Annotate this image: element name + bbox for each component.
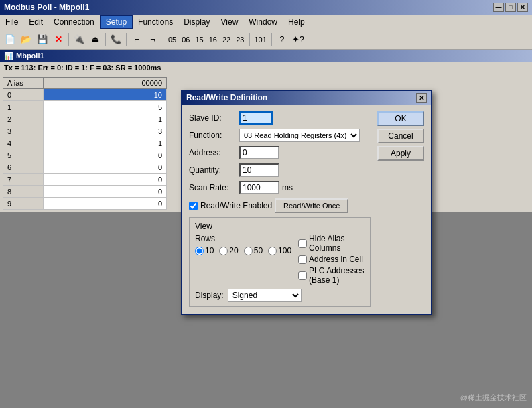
cell-index: 8 — [3, 186, 44, 198]
radio-50[interactable]: 50 — [244, 246, 263, 255]
menu-window[interactable]: Window — [243, 16, 283, 28]
cell-index: 5 — [3, 149, 44, 161]
status-text: Tx = 113: Err = 0: ID = 1: F = 03: SR = … — [4, 64, 161, 72]
table-row: 41 — [3, 137, 167, 149]
function-label: Function: — [189, 131, 239, 140]
function-select[interactable]: 03 Read Holding Registers (4x) 01 Read C… — [239, 129, 360, 142]
cell-value[interactable]: 1 — [44, 137, 167, 149]
scan-rate-input[interactable] — [239, 181, 279, 194]
cell-value[interactable]: 0 — [44, 198, 167, 210]
slave-id-label: Slave ID: — [189, 113, 239, 123]
cell-value[interactable]: 1 — [44, 113, 167, 125]
cell-value[interactable]: 10 — [44, 89, 167, 101]
disconnect-button[interactable]: ⏏ — [88, 32, 103, 47]
table-row: 33 — [3, 125, 167, 137]
radio-20[interactable]: 20 — [219, 246, 238, 255]
quantity-row: Quantity: — [189, 163, 371, 177]
dialog-main-content: Slave ID: Function: 03 Read Holding Regi… — [189, 111, 424, 307]
col-header-alias: Alias — [3, 78, 44, 89]
minimize-button[interactable]: — — [493, 3, 504, 12]
save-button[interactable]: 💾 — [35, 32, 50, 47]
menu-file[interactable]: File — [0, 16, 23, 28]
cancel-button[interactable]: Cancel — [377, 129, 424, 143]
table-row: 15 — [3, 101, 167, 113]
toolbar-separator-1 — [68, 33, 69, 46]
dialog-title-label: Read/Write Definition — [186, 93, 267, 103]
inner-window-title: 📊 Mbpoll1 — [0, 50, 532, 62]
data-table: Alias 00000 010152133415060708090 — [3, 77, 167, 210]
scan-rate-row: Scan Rate: ms — [189, 181, 371, 194]
display-row: Display: Signed Unsigned Hex Binary Floa… — [195, 289, 364, 302]
new-button[interactable]: 📄 — [3, 32, 17, 47]
cell-value[interactable]: 0 — [44, 174, 167, 186]
plc-addresses-checkbox[interactable] — [298, 271, 307, 280]
address-input[interactable] — [239, 146, 279, 159]
plc-addresses-label: PLC Addresses (Base 1) — [309, 266, 364, 285]
address-in-cell-checkbox[interactable] — [298, 255, 307, 264]
rw-enabled-label: Read/Write Enabled — [200, 201, 272, 210]
help-icon[interactable]: ? — [275, 32, 289, 47]
anim1-button[interactable]: ⌐ — [129, 32, 144, 47]
radio-10[interactable]: 10 — [195, 246, 214, 255]
toolbar-separator-2 — [105, 33, 106, 46]
quantity-label: Quantity: — [189, 165, 239, 175]
radio-10-input[interactable] — [195, 247, 204, 255]
inner-window-icon: 📊 — [4, 52, 13, 60]
modem-button[interactable]: 📞 — [109, 32, 123, 47]
menu-setup[interactable]: Setup — [100, 15, 133, 29]
cell-value[interactable]: 0 — [44, 149, 167, 161]
view-inner: Rows 10 20 50 100 — [195, 234, 364, 285]
cell-value[interactable]: 0 — [44, 186, 167, 198]
radio-100-input[interactable] — [268, 247, 277, 255]
tb-label-06: 06 — [180, 36, 192, 44]
menu-help[interactable]: Help — [283, 16, 310, 28]
cell-value[interactable]: 0 — [44, 161, 167, 174]
menu-edit[interactable]: Edit — [23, 16, 48, 28]
connect-button[interactable]: 🔌 — [72, 32, 86, 47]
table-row: 21 — [3, 113, 167, 125]
cell-value[interactable]: 5 — [44, 101, 167, 113]
menu-view[interactable]: View — [216, 16, 244, 28]
hide-alias-checkbox[interactable] — [298, 239, 307, 248]
table-row: 70 — [3, 174, 167, 186]
plc-addresses-item[interactable]: PLC Addresses (Base 1) — [298, 266, 364, 285]
open-button[interactable]: 📂 — [19, 32, 34, 47]
menu-display[interactable]: Display — [178, 16, 215, 28]
delete-button[interactable]: ✕ — [51, 32, 66, 47]
ok-button[interactable]: OK — [377, 111, 424, 126]
slave-id-row: Slave ID: — [189, 111, 371, 125]
radio-100[interactable]: 100 — [268, 246, 291, 255]
address-in-cell-item[interactable]: Address in Cell — [298, 255, 364, 264]
function-row: Function: 03 Read Holding Registers (4x)… — [189, 129, 371, 142]
toolbar-separator-5 — [249, 33, 250, 46]
radio-20-input[interactable] — [219, 247, 228, 255]
slave-id-input[interactable] — [239, 111, 273, 125]
about-icon[interactable]: ✦? — [291, 32, 306, 47]
hide-alias-item[interactable]: Hide Alias Columns — [298, 234, 364, 253]
scan-rate-label: Scan Rate: — [189, 183, 239, 192]
status-bar: Tx = 113: Err = 0: ID = 1: F = 03: SR = … — [0, 62, 532, 74]
cell-index: 0 — [3, 89, 44, 101]
cell-value[interactable]: 3 — [44, 125, 167, 137]
watermark: @稀土掘金技术社区 — [460, 393, 527, 403]
quantity-input[interactable] — [239, 163, 279, 177]
rw-enabled-checkbox[interactable] — [189, 202, 198, 210]
maximize-button[interactable]: □ — [505, 3, 516, 12]
menu-connection[interactable]: Connection — [48, 16, 100, 28]
rw-once-button[interactable]: Read/Write Once — [275, 198, 348, 213]
dialog-fields: Slave ID: Function: 03 Read Holding Regi… — [189, 111, 371, 307]
options-group: Hide Alias Columns Address in Cell PLC A… — [298, 234, 364, 285]
apply-button[interactable]: Apply — [377, 146, 424, 161]
cell-index: 9 — [3, 198, 44, 210]
anim2-button[interactable]: ¬ — [145, 32, 160, 47]
radio-50-input[interactable] — [244, 247, 253, 255]
cell-index: 4 — [3, 137, 44, 149]
menu-functions[interactable]: Functions — [133, 16, 178, 28]
view-section: View Rows 10 20 50 100 — [189, 217, 371, 307]
tb-label-23: 23 — [234, 36, 246, 44]
close-button[interactable]: ✕ — [517, 3, 528, 12]
display-select[interactable]: Signed Unsigned Hex Binary Float — [228, 289, 302, 302]
table-row: 010 — [3, 89, 167, 101]
dialog-close-button[interactable]: ✕ — [416, 93, 427, 103]
title-bar-buttons: — □ ✕ — [493, 3, 528, 12]
